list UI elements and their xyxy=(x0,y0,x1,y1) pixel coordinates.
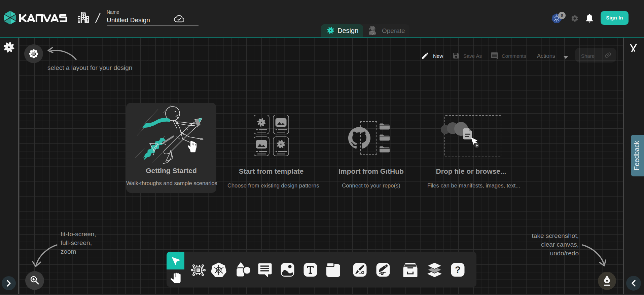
svg-text:?: ? xyxy=(455,264,461,275)
